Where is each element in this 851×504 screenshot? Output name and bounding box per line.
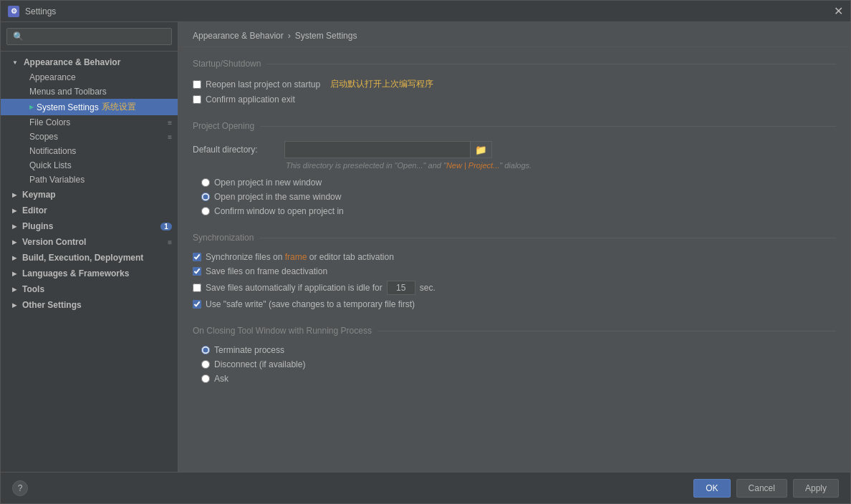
open-same-window-radio[interactable] [201,193,210,201]
search-input[interactable] [6,28,172,45]
sync-files-row: Synchronize files on frame or editor tab… [193,250,836,264]
sidebar-item-version-control[interactable]: ▶ Version Control ≡ [1,234,178,250]
open-new-window-label[interactable]: Open project in new window [201,178,322,188]
default-dir-row: Default directory: 📁 [193,138,836,161]
help-button[interactable]: ? [12,480,28,496]
search-box [1,22,178,52]
sidebar-item-file-colors[interactable]: File Colors ≡ [1,115,178,130]
save-idle-checkbox[interactable] [193,284,201,292]
open-new-window-row: Open project in new window [193,175,836,190]
sidebar-item-quick-lists[interactable]: Quick Lists [1,158,178,173]
terminate-label[interactable]: Terminate process [201,345,284,355]
breadcrumb-part2: System Settings [295,31,357,41]
footer-left: ? [12,480,28,496]
breadcrumb-part1: Appearance & Behavior [193,31,284,41]
settings-panel: Appearance & Behavior › System Settings … [178,22,850,472]
sidebar-item-keymap[interactable]: ▶ Keymap [1,187,178,203]
arrow-plugins-icon: ▶ [12,223,16,230]
section-appearance-behavior: ▼ Appearance & Behavior Appearance Menus… [1,54,178,187]
window-title: Settings [25,6,834,16]
safe-write-row: Use "safe write" (save changes to a temp… [193,297,836,311]
sync-section-title: Synchronization [193,233,836,243]
settings-window: ⚙ Settings ✕ ▼ Appearance & Behavior [0,0,851,504]
confirm-window-label[interactable]: Confirm window to open project in [201,206,344,216]
save-deactivation-row: Save files on frame deactivation [193,264,836,278]
apply-button[interactable]: Apply [793,479,839,498]
disconnect-radio[interactable] [201,360,210,369]
reopen-checkbox[interactable] [193,80,201,89]
save-deactivation-label[interactable]: Save files on frame deactivation [193,266,327,276]
arrow-vc-icon: ▶ [12,239,16,246]
closing-section: On Closing Tool Window with Running Proc… [193,326,836,386]
sidebar-item-editor[interactable]: ▶ Editor [1,203,178,218]
startup-section-title: Startup/Shutdown [193,59,836,69]
dir-hint: This directory is preselected in "Open..… [286,161,836,170]
open-new-window-radio[interactable] [201,178,210,187]
sidebar-item-menus-toolbars[interactable]: Menus and Toolbars [1,84,178,99]
synchronization-section: Synchronization Synchronize files on fra… [193,233,836,311]
confirm-window-radio[interactable] [201,207,210,215]
arrow-keymap-icon: ▶ [12,192,16,198]
save-idle-label[interactable]: Save files automatically if application … [193,281,436,295]
ok-button[interactable]: OK [693,479,730,498]
footer: ? OK Cancel Apply [1,472,850,503]
default-dir-label: Default directory: [193,145,279,155]
close-button[interactable]: ✕ [834,6,843,17]
sidebar-item-other-settings[interactable]: ▶ Other Settings [1,297,178,313]
arrow-lang-icon: ▶ [12,271,16,277]
save-idle-row: Save files automatically if application … [193,278,836,297]
sidebar-item-path-variables[interactable]: Path Variables [1,173,178,187]
ask-label[interactable]: Ask [201,374,229,384]
arrow-icon: ▼ [12,59,18,66]
settings-content: Startup/Shutdown Reopen last project on … [178,47,850,472]
safe-write-label[interactable]: Use "safe write" (save changes to a temp… [193,299,415,309]
arrow-tools-icon: ▶ [12,286,16,293]
reopen-label[interactable]: Reopen last project on startup 启动默认打开上次编… [193,78,433,90]
breadcrumb-sep: › [288,31,291,41]
safe-write-checkbox[interactable] [193,300,201,309]
ask-row: Ask [193,372,836,386]
disconnect-row: Disconnect (if available) [193,357,836,372]
sync-files-checkbox[interactable] [193,253,201,261]
sidebar-item-notifications[interactable]: Notifications [1,144,178,158]
save-deactivation-checkbox[interactable] [193,267,201,276]
default-dir-input[interactable] [284,141,471,158]
browse-button[interactable]: 📁 [471,141,492,158]
arrow-build-icon: ▶ [12,255,16,261]
open-same-window-label[interactable]: Open project in the same window [201,192,341,202]
startup-section: Startup/Shutdown Reopen last project on … [193,59,836,107]
sidebar-item-system-settings[interactable]: ▶ System Settings 系统设置 [1,99,178,115]
reopen-row: Reopen last project on startup 启动默认打开上次编… [193,76,836,92]
project-opening-title: Project Opening [193,121,836,131]
idle-time-input[interactable] [387,281,415,295]
open-same-window-row: Open project in the same window [193,190,836,204]
title-bar: ⚙ Settings ✕ [1,1,850,22]
disconnect-label[interactable]: Disconnect (if available) [201,359,305,369]
sidebar: ▼ Appearance & Behavior Appearance Menus… [1,22,178,472]
confirm-exit-label[interactable]: Confirm application exit [193,94,295,105]
sidebar-item-build-execution[interactable]: ▶ Build, Execution, Deployment [1,250,178,266]
terminate-radio[interactable] [201,346,210,354]
sidebar-item-tools[interactable]: ▶ Tools [1,281,178,297]
sidebar-item-appearance[interactable]: Appearance [1,70,178,84]
main-content: ▼ Appearance & Behavior Appearance Menus… [1,22,850,472]
default-dir-input-group: 📁 [284,141,492,158]
closing-section-title: On Closing Tool Window with Running Proc… [193,326,836,336]
scopes-icon: ≡ [168,133,172,141]
confirm-exit-row: Confirm application exit [193,92,836,107]
sidebar-item-scopes[interactable]: Scopes ≡ [1,130,178,144]
plugins-badge: 1 [160,223,172,231]
arrow-editor-icon: ▶ [12,208,16,214]
nav-list: ▼ Appearance & Behavior Appearance Menus… [1,52,178,472]
ask-radio[interactable] [201,374,210,383]
sync-files-label[interactable]: Synchronize files on frame or editor tab… [193,252,394,262]
project-opening-section: Project Opening Default directory: 📁 Thi… [193,121,836,218]
sidebar-item-plugins[interactable]: ▶ Plugins 1 [1,218,178,234]
sidebar-item-appearance-behavior[interactable]: ▼ Appearance & Behavior [1,54,178,70]
terminate-row: Terminate process [193,343,836,357]
cancel-button[interactable]: Cancel [736,479,787,498]
confirm-exit-checkbox[interactable] [193,95,201,104]
breadcrumb: Appearance & Behavior › System Settings [178,22,850,47]
arrow-icon-active: ▶ [29,104,34,110]
sidebar-item-languages[interactable]: ▶ Languages & Frameworks [1,266,178,281]
